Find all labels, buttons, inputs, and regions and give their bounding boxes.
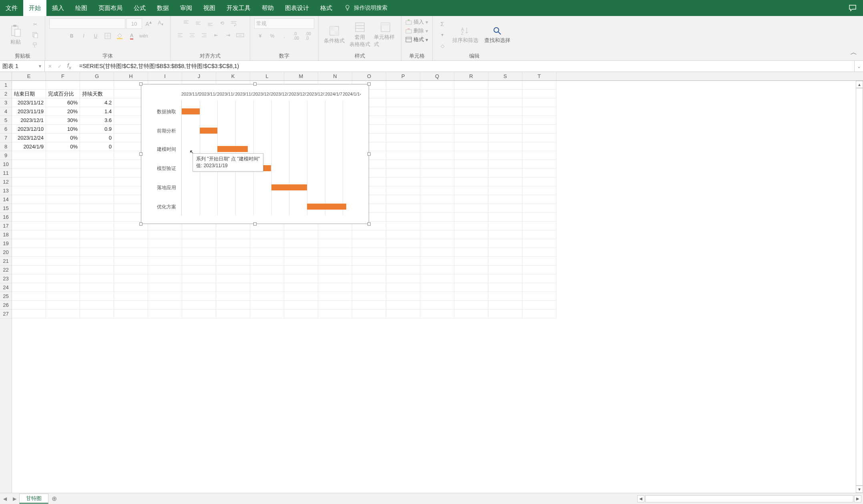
tab-chartdesign[interactable]: 图表设计 [279, 0, 315, 16]
svg-point-46 [494, 28, 499, 32]
eraser-icon: ◇ [441, 43, 444, 49]
sort-filter-button[interactable]: AZ 排序和筛选 [450, 19, 480, 50]
svg-rect-42 [406, 37, 411, 42]
wrap-text-button[interactable] [229, 18, 240, 28]
svg-rect-32 [355, 23, 364, 32]
sort-icon: AZ [460, 26, 470, 36]
comma-button[interactable]: , [279, 31, 290, 41]
decrease-decimal-button[interactable]: .00.0 [303, 31, 314, 41]
svg-rect-36 [381, 23, 390, 26]
format-table-button[interactable]: 套用 表格格式 [348, 19, 371, 50]
enter-formula-button[interactable]: ✓ [58, 64, 62, 69]
fill-down-icon: ▾ [441, 32, 444, 38]
chevron-down-icon: ▾ [425, 19, 428, 25]
align-top-button[interactable] [181, 18, 192, 28]
chevron-down-icon: ▾ [425, 37, 428, 43]
svg-rect-8 [117, 38, 122, 39]
merge-button[interactable] [235, 30, 246, 40]
svg-line-47 [498, 32, 501, 34]
align-top-icon [183, 20, 189, 26]
clear-button[interactable]: ◇ [437, 41, 448, 51]
cancel-formula-button[interactable]: ✕ [48, 64, 52, 69]
name-box[interactable]: 图表 1 ▼ [0, 61, 45, 72]
formula-input[interactable]: =SERIES(甘特图!$C$2,甘特图!$B$3:$B$8,甘特图!$C$3:… [77, 63, 854, 70]
tab-formulas[interactable]: 公式 [128, 0, 151, 16]
collapse-ribbon-button[interactable]: ︿ [850, 48, 857, 57]
bold-button[interactable]: B [66, 31, 77, 41]
table-format-icon [355, 22, 365, 32]
copy-button[interactable] [30, 30, 41, 40]
percent-button[interactable]: % [267, 31, 278, 41]
tab-file[interactable]: 文件 [0, 0, 23, 16]
paste-button[interactable]: 粘贴 [4, 19, 27, 50]
increase-font-button[interactable]: A▴ [143, 18, 154, 28]
svg-rect-30 [330, 26, 334, 31]
svg-rect-1 [13, 25, 16, 27]
orientation-button[interactable]: ⟲ [217, 18, 228, 28]
format-painter-button[interactable] [30, 40, 41, 50]
conditional-format-button[interactable]: 条件格式 [323, 19, 346, 50]
tab-developer[interactable]: 开发工具 [221, 0, 256, 16]
align-right-button[interactable] [199, 30, 210, 40]
italic-button[interactable]: I [78, 31, 89, 41]
tab-help[interactable]: 帮助 [256, 0, 279, 16]
percent-icon: % [270, 33, 275, 39]
underline-button[interactable]: U [90, 31, 101, 41]
decrease-indent-button[interactable]: ⇤ [211, 30, 222, 40]
align-center-button[interactable] [187, 30, 198, 40]
cell-styles-button[interactable]: 单元格样式 [374, 19, 397, 50]
increase-decimal-button[interactable]: .0.00 [291, 31, 302, 41]
format-table-label: 套用 表格格式 [349, 34, 370, 48]
svg-rect-4 [34, 34, 38, 38]
phonetic-icon: wén [139, 33, 148, 39]
align-middle-button[interactable] [193, 18, 204, 28]
number-format-input[interactable] [254, 18, 314, 29]
font-color-button[interactable]: A [126, 31, 137, 41]
cell-styles-label: 单元格样式 [374, 34, 397, 48]
align-middle-icon [195, 20, 201, 26]
find-select-button[interactable]: 查找和选择 [482, 19, 512, 50]
font-size-input[interactable] [126, 18, 142, 29]
group-clipboard-label: 剪贴板 [4, 51, 41, 60]
tell-me-search[interactable]: 操作说明搜索 [338, 0, 394, 16]
cond-format-label: 条件格式 [324, 37, 345, 44]
merge-icon [236, 32, 244, 38]
align-bottom-icon [207, 20, 213, 26]
delete-cells-button[interactable]: 删除▾ [405, 27, 428, 34]
format-icon [405, 37, 412, 42]
paste-icon [10, 24, 21, 37]
tab-insert[interactable]: 插入 [46, 0, 70, 16]
tab-review[interactable]: 审阅 [175, 0, 198, 16]
find-select-label: 查找和选择 [484, 37, 510, 44]
align-bottom-button[interactable] [205, 18, 216, 28]
decrease-font-button[interactable]: A▾ [155, 18, 166, 28]
chevron-down-icon: ▼ [38, 64, 42, 68]
tab-draw[interactable]: 绘图 [70, 0, 93, 16]
tab-home[interactable]: 开始 [23, 0, 46, 16]
sort-filter-label: 排序和筛选 [452, 37, 478, 44]
tab-pagelayout[interactable]: 页面布局 [93, 0, 128, 16]
accounting-button[interactable]: ¥ [255, 31, 266, 41]
indent-icon: ⇥ [226, 32, 230, 38]
increase-indent-button[interactable]: ⇥ [223, 30, 234, 40]
format-cells-button[interactable]: 格式▾ [405, 36, 428, 43]
fill-color-button[interactable] [114, 31, 125, 41]
borders-button[interactable] [102, 31, 113, 41]
expand-formula-bar-button[interactable]: ⌄ [854, 61, 863, 72]
phonetic-button[interactable]: wén [138, 31, 149, 41]
svg-text:Z: Z [461, 31, 464, 36]
tab-data[interactable]: 数据 [151, 0, 175, 16]
cut-button[interactable]: ✂ [30, 20, 41, 29]
insert-cells-button[interactable]: 插入▾ [405, 18, 428, 26]
font-name-input[interactable] [49, 18, 125, 29]
comma-icon: , [283, 33, 285, 39]
align-left-button[interactable] [175, 30, 186, 40]
tab-view[interactable]: 视图 [198, 0, 221, 16]
comments-button[interactable] [842, 0, 863, 16]
fill-button[interactable]: ▾ [437, 30, 448, 40]
svg-rect-2 [15, 29, 20, 36]
tab-format[interactable]: 格式 [315, 0, 338, 16]
autosum-button[interactable]: Σ [437, 19, 448, 28]
group-alignment-label: 对齐方式 [175, 51, 246, 60]
insert-function-button[interactable]: fx [67, 62, 71, 70]
